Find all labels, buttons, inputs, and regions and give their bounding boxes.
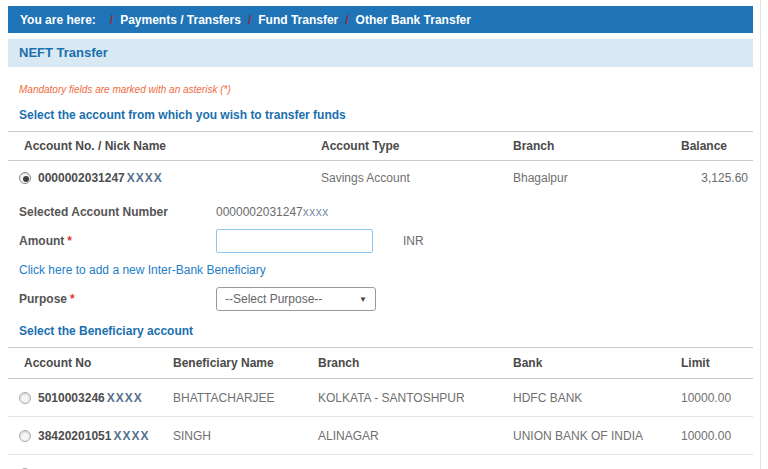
beneficiary-row: 38420201051XXXX SINGH ALINAGAR UNION BAN…: [8, 417, 753, 455]
page-title: NEFT Transfer: [8, 39, 753, 67]
amount-input[interactable]: [216, 229, 373, 253]
bank-cell: UNION BANK OF INDIA: [513, 429, 670, 443]
column-header-account-type: Account Type: [321, 139, 513, 153]
amount-label: Amount*: [19, 234, 216, 248]
selected-account-value: 0000002031247xxxx: [216, 205, 329, 219]
bank-cell: HDFC BANK: [513, 391, 670, 405]
purpose-row: Purpose* --Select Purpose-- ▼: [8, 287, 753, 311]
breadcrumb-separator: /: [110, 13, 113, 27]
table-header-row: Account No. / Nick Name Account Type Bra…: [8, 131, 753, 161]
breadcrumb-separator: /: [345, 13, 348, 27]
page-edge-divider: [760, 0, 761, 469]
add-beneficiary-link[interactable]: Click here to add a new Inter-Bank Benef…: [19, 263, 266, 277]
beneficiary-row: 5010003246XXXX BHATTACHARJEE KOLKATA - S…: [8, 379, 753, 417]
chevron-down-icon: ▼: [359, 295, 367, 304]
selected-account-mask: xxxx: [303, 205, 329, 219]
selected-account-row: Selected Account Number 0000002031247xxx…: [8, 205, 753, 219]
account-cell: 38420201051XXXX: [8, 429, 173, 443]
column-header-balance: Balance: [670, 139, 753, 153]
beneficiary-table: Account No Beneficiary Name Branch Bank …: [8, 347, 753, 469]
beneficiary-radio[interactable]: [19, 430, 31, 442]
breadcrumb-separator: /: [248, 13, 251, 27]
breadcrumb: You are here: / Payments / Transfers / F…: [8, 6, 753, 33]
beneficiary-name-cell: BHATTACHARJEE: [173, 391, 318, 405]
column-header-account-no: Account No: [8, 356, 173, 370]
beneficiary-radio[interactable]: [19, 392, 31, 404]
selected-account-label: Selected Account Number: [19, 205, 216, 219]
limit-cell: 10000.00: [670, 429, 753, 443]
purpose-selected-value: --Select Purpose--: [225, 292, 322, 306]
currency-label: INR: [403, 234, 424, 248]
column-header-bank: Bank: [513, 356, 670, 370]
breadcrumb-item-other-bank-transfer[interactable]: Other Bank Transfer: [356, 13, 471, 27]
table-header-row: Account No Beneficiary Name Branch Bank …: [8, 347, 753, 379]
column-header-limit: Limit: [670, 356, 753, 370]
account-cell: 0000002031247XXXX: [8, 171, 321, 185]
column-header-branch: Branch: [513, 139, 670, 153]
mandatory-note: Mandatory fields are marked with an aste…: [19, 84, 753, 95]
source-account-table: Account No. / Nick Name Account Type Bra…: [8, 131, 753, 195]
account-type-cell: Savings Account: [321, 171, 513, 185]
branch-cell: Bhagalpur: [513, 171, 670, 185]
branch-cell: KOLKATA - SANTOSHPUR: [318, 391, 513, 405]
column-header-branch: Branch: [318, 356, 513, 370]
neft-panel: NEFT Transfer Mandatory fields are marke…: [8, 39, 753, 469]
breadcrumb-prefix: You are here:: [20, 13, 96, 27]
source-account-row: 0000002031247XXXX Savings Account Bhagal…: [8, 161, 753, 195]
limit-cell: 10000.00: [670, 391, 753, 405]
balance-cell: 3,125.60: [670, 171, 753, 185]
beneficiary-row: 866110100XXXX KUMAR BHAGALPUR COLLECTORA…: [8, 455, 753, 469]
amount-row: Amount* INR: [8, 229, 753, 253]
beneficiary-name-cell: SINGH: [173, 429, 318, 443]
required-asterisk: *: [70, 292, 75, 306]
source-account-heading: Select the account from which you wish t…: [19, 108, 753, 122]
beneficiary-heading: Select the Beneficiary account: [19, 324, 753, 338]
purpose-select[interactable]: --Select Purpose-- ▼: [216, 287, 376, 311]
source-account-radio[interactable]: [19, 172, 31, 184]
breadcrumb-item-fund-transfer[interactable]: Fund Transfer: [258, 13, 338, 27]
breadcrumb-item-payments-transfers[interactable]: Payments / Transfers: [120, 13, 241, 27]
account-number-mask: XXXX: [127, 171, 163, 185]
account-number: 0000002031247: [38, 171, 125, 185]
required-asterisk: *: [67, 234, 72, 248]
purpose-label: Purpose*: [19, 292, 216, 306]
branch-cell: ALINAGAR: [318, 429, 513, 443]
column-header-beneficiary-name: Beneficiary Name: [173, 356, 318, 370]
account-cell: 5010003246XXXX: [8, 391, 173, 405]
neft-transfer-page: You are here: / Payments / Transfers / F…: [8, 6, 753, 469]
column-header-account: Account No. / Nick Name: [8, 139, 321, 153]
